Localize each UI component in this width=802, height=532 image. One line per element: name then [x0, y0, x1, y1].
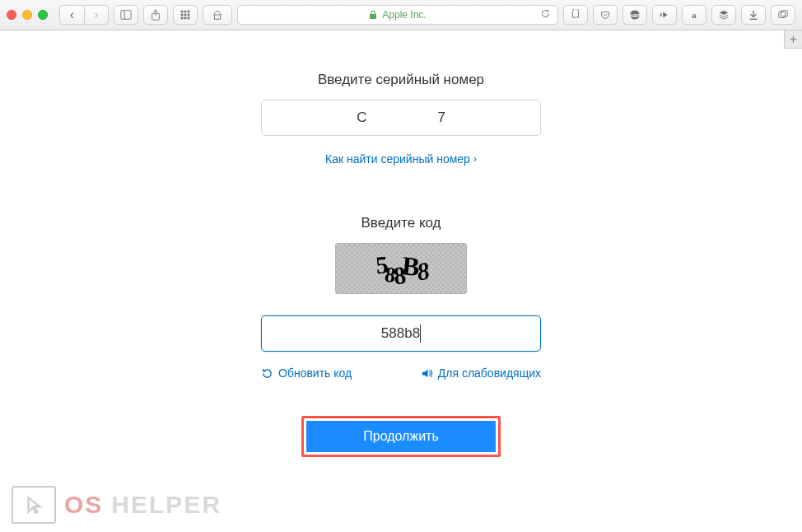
svg-rect-23	[779, 12, 786, 18]
url-domain: Apple Inc.	[382, 9, 426, 21]
serial-value-obscured	[369, 110, 435, 126]
new-tab-button[interactable]: +	[784, 30, 802, 49]
sidebar-button[interactable]	[114, 5, 138, 25]
back-button[interactable]: ‹	[59, 5, 84, 25]
svg-rect-11	[184, 17, 187, 20]
audio-captcha-label: Для слабовидящих	[438, 366, 541, 380]
watermark-helper: HELPER	[111, 491, 221, 519]
window-controls	[7, 10, 48, 20]
svg-rect-4	[181, 11, 184, 13]
page-content: Введите серийный номер C 7 Как найти сер…	[0, 30, 802, 457]
share-button[interactable]	[143, 5, 168, 25]
captcha-image: 588B8	[335, 243, 467, 294]
captcha-input[interactable]: 588b8	[261, 315, 541, 352]
cursor-box-icon	[12, 486, 56, 524]
audio-captcha-link[interactable]: Для слабовидящих	[421, 366, 541, 380]
svg-marker-26	[29, 497, 40, 512]
address-bar[interactable]: Apple Inc.	[237, 5, 558, 25]
lock-icon	[369, 10, 377, 20]
downloads-button[interactable]	[741, 5, 766, 25]
svg-marker-20	[720, 11, 729, 15]
svg-rect-7	[181, 14, 184, 16]
svg-rect-5	[184, 11, 187, 13]
watermark: OS HELPER	[12, 486, 221, 524]
ext-abp-icon[interactable]: ABP	[622, 5, 647, 25]
find-serial-link-label: Как найти серийный номер	[325, 152, 470, 166]
svg-text:a: a	[692, 11, 697, 20]
svg-rect-6	[188, 11, 190, 13]
svg-rect-8	[184, 14, 187, 16]
svg-rect-17	[660, 13, 662, 16]
svg-rect-10	[181, 17, 184, 20]
continue-button-label: Продолжить	[363, 429, 438, 443]
captcha-label: Введите код	[361, 215, 441, 231]
close-window-button[interactable]	[7, 10, 16, 20]
continue-button[interactable]: Продолжить	[306, 421, 496, 452]
submit-highlight: Продолжить	[301, 416, 501, 457]
watermark-os: OS	[64, 491, 103, 519]
maximize-window-button[interactable]	[38, 10, 48, 20]
svg-rect-12	[188, 17, 190, 20]
svg-rect-0	[121, 11, 131, 20]
tabs-button[interactable]	[771, 5, 795, 25]
ext-play-icon[interactable]	[652, 5, 677, 25]
svg-marker-18	[663, 12, 667, 18]
ext-pocket-icon[interactable]	[593, 5, 618, 25]
captcha-links: Обновить код Для слабовидящих	[261, 366, 541, 380]
serial-section: Введите серийный номер C 7 Как найти сер…	[261, 72, 541, 166]
top-sites-button[interactable]	[173, 5, 198, 25]
svg-text:ABP: ABP	[630, 13, 640, 18]
svg-rect-13	[215, 15, 221, 19]
nav-buttons: ‹ ›	[59, 5, 109, 25]
reload-icon[interactable]	[540, 8, 551, 21]
minimize-window-button[interactable]	[22, 10, 32, 20]
text-cursor	[420, 324, 421, 343]
home-button[interactable]	[203, 5, 232, 25]
serial-label: Введите серийный номер	[318, 72, 484, 88]
audio-icon	[421, 367, 433, 380]
refresh-captcha-label: Обновить код	[278, 366, 352, 380]
captcha-input-value: 588b8	[381, 325, 420, 342]
forward-button[interactable]: ›	[84, 5, 109, 25]
captcha-image-text: 588B8	[376, 254, 425, 284]
refresh-captcha-link[interactable]: Обновить код	[261, 366, 352, 380]
find-serial-link[interactable]: Как найти серийный номер ›	[325, 152, 477, 166]
svg-rect-14	[370, 14, 376, 19]
browser-toolbar: ‹ › Apple Inc. ABP a	[0, 0, 802, 30]
serial-input[interactable]: C 7	[261, 100, 541, 136]
ext-ghostery-icon[interactable]	[563, 5, 588, 25]
svg-marker-25	[422, 369, 428, 376]
captcha-section: Введите код 588B8 588b8 Обновить код Для…	[261, 215, 541, 380]
serial-value-right: 7	[437, 110, 445, 126]
svg-rect-24	[781, 11, 787, 16]
refresh-icon	[261, 367, 273, 380]
chevron-right-icon: ›	[473, 153, 477, 165]
svg-rect-9	[188, 14, 190, 16]
ext-buffer-icon[interactable]	[711, 5, 736, 25]
ext-translate-icon[interactable]: a	[682, 5, 706, 25]
serial-value-left: C	[357, 110, 366, 126]
